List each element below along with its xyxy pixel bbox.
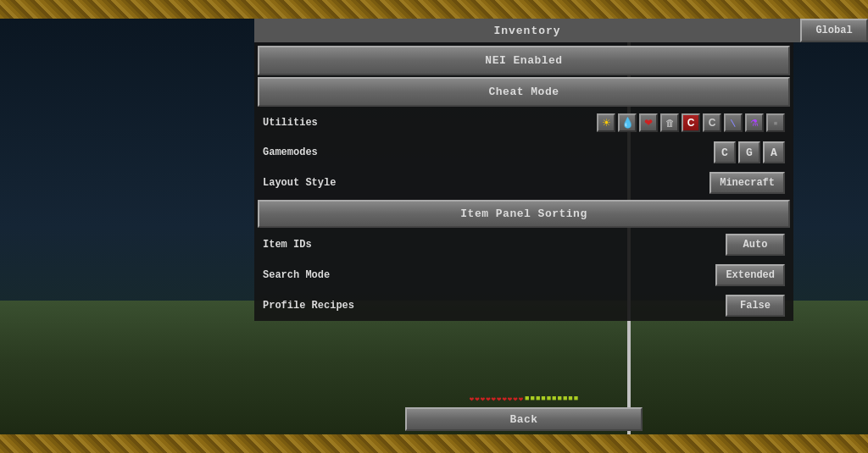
xp-4: ■ [541,395,545,403]
heart-2: ❤ [475,395,479,404]
cheat-mode-button[interactable]: Cheat Mode [258,77,790,107]
layout-style-label: Layout Style [263,177,709,189]
health-bar-row: ❤ ❤ ❤ ❤ ❤ ❤ ❤ ❤ ❤ ❤ ■ ■ ■ ■ ■ ■ ■ ■ ■ ■ [254,394,793,404]
heart-5: ❤ [492,395,496,404]
xp-7: ■ [558,395,562,403]
heart-4: ❤ [486,395,490,404]
window-title: Inventory [493,25,560,37]
profile-recipes-row: Profile Recipes False [254,290,793,321]
xp-2: ■ [530,395,534,403]
gamemodes-row: Gamemodes C G A [254,137,793,168]
utility-circlec-button[interactable]: C [703,113,721,132]
circlec-icon: C [709,117,716,129]
gamemode-g-button[interactable]: G [738,141,760,163]
xp-6: ■ [552,395,556,403]
heart-icon: ❤ [644,117,653,129]
potion-icon: ⚗ [750,118,759,129]
gamemode-a-button[interactable]: A [763,141,785,163]
heart-8: ❤ [508,395,512,404]
utility-block-button[interactable]: ▪ [766,113,785,132]
gamemode-c-button[interactable]: C [714,141,736,163]
magnet-icon: C [687,117,695,129]
heart-9: ❤ [513,395,517,404]
nei-enabled-button[interactable]: NEI Enabled [258,46,790,75]
search-mode-label: Search Mode [263,269,715,281]
utility-sword-button[interactable]: / [724,113,743,132]
utility-heart-button[interactable]: ❤ [639,113,658,132]
heart-1: ❤ [470,395,474,404]
back-button[interactable]: Back [405,407,643,431]
trash-icon: 🗑 [665,118,675,128]
xp-8: ■ [563,395,567,403]
item-ids-row: Item IDs Auto [254,229,793,260]
utilities-controls: ☀ 💧 ❤ 🗑 C C / [597,113,785,132]
utility-magnet-button[interactable]: C [682,113,700,132]
search-mode-button[interactable]: Extended [715,264,785,286]
utility-drop-button[interactable]: 💧 [618,113,637,132]
sword-icon: / [727,117,738,128]
layout-style-controls: Minecraft [709,172,785,194]
dirt-border-top [0,0,868,19]
item-panel-sorting-button[interactable]: Item Panel Sorting [258,200,790,228]
search-mode-row: Search Mode Extended [254,260,793,290]
profile-recipes-label: Profile Recipes [263,300,726,312]
item-ids-button[interactable]: Auto [726,234,785,256]
item-ids-label: Item IDs [263,239,726,251]
utilities-label: Utilities [263,117,597,129]
gamemodes-controls: C G A [714,141,785,163]
layout-style-button[interactable]: Minecraft [709,172,785,194]
layout-style-row: Layout Style Minecraft [254,168,793,198]
xp-10: ■ [574,395,578,403]
profile-recipes-button[interactable]: False [726,295,785,317]
utility-potion-button[interactable]: ⚗ [745,113,764,132]
drop-icon: 💧 [621,117,634,129]
item-ids-controls: Auto [726,234,785,256]
heart-6: ❤ [497,395,501,404]
sun-icon: ☀ [602,117,611,129]
gamemodes-label: Gamemodes [263,146,714,158]
heart-10: ❤ [519,395,523,404]
blockitem-icon: ▪ [774,116,778,130]
search-mode-controls: Extended [715,264,785,286]
title-bar: Inventory [254,19,868,42]
xp-3: ■ [536,395,540,403]
global-button[interactable]: Global [800,19,868,42]
utility-sun-button[interactable]: ☀ [597,113,615,132]
xp-1: ■ [525,395,529,403]
utilities-row: Utilities ☀ 💧 ❤ 🗑 C C [254,108,793,137]
xp-9: ■ [568,395,572,403]
utility-trash-button[interactable]: 🗑 [660,113,679,132]
xp-5: ■ [547,395,551,403]
dirt-border-bottom [0,434,868,453]
main-panel: NEI Enabled Cheat Mode Utilities ☀ 💧 ❤ 🗑 [254,42,793,321]
heart-7: ❤ [502,395,506,404]
profile-recipes-controls: False [726,295,785,317]
back-button-container: Back [254,407,793,431]
heart-3: ❤ [481,395,485,404]
